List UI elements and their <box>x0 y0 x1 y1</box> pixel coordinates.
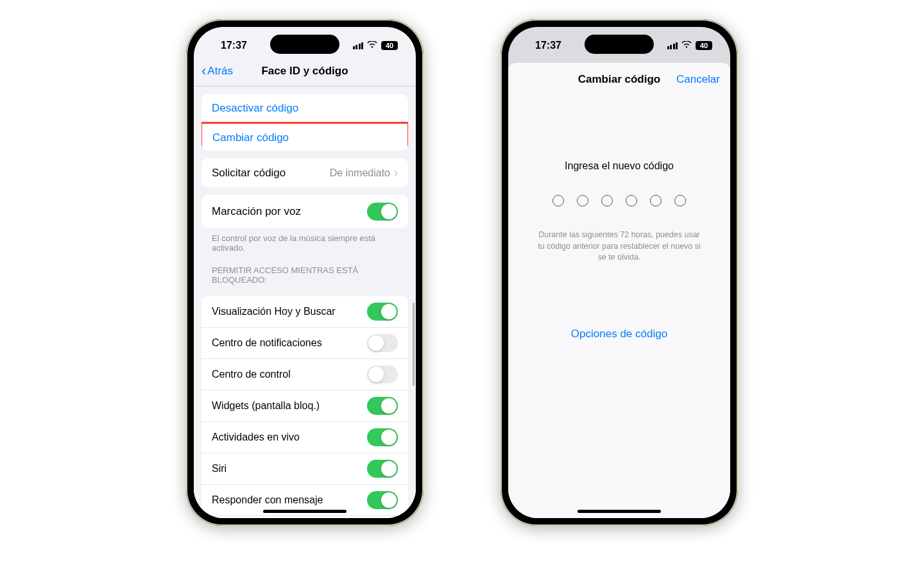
home-indicator[interactable] <box>578 510 661 513</box>
navigation-bar: ‹ Atrás Face ID y código <box>194 59 416 87</box>
back-label: Atrás <box>207 65 233 78</box>
chevron-left-icon: ‹ <box>201 63 206 80</box>
status-time: 17:37 <box>221 40 247 51</box>
deactivate-label: Desactivar código <box>212 102 298 115</box>
toggle-label: Centro de control <box>212 369 291 380</box>
modal-subtext: Durante las siguientes 72 horas, puedes … <box>536 230 703 264</box>
toggle-label: Responder con mensaje <box>212 494 323 506</box>
cellular-icon <box>353 42 364 49</box>
passcode-dot <box>577 195 588 206</box>
modal-body: Ingresa el nuevo código Durante las sigu… <box>508 160 730 340</box>
toggle-label: Siri <box>212 463 227 474</box>
wifi-icon <box>367 40 377 51</box>
settings-content[interactable]: Desactivar código Cambiar código Solicit… <box>194 87 416 518</box>
page-title: Face ID y código <box>261 65 348 78</box>
locked-access-row: Centro de notificaciones <box>201 328 408 359</box>
locked-access-row: Siri <box>201 453 408 485</box>
toggle-switch[interactable] <box>367 365 398 383</box>
screen-left: 17:37 40 ‹ Atrás Face ID y código Desact… <box>194 27 416 518</box>
status-bar: 17:37 40 <box>508 27 730 59</box>
phone-mockup-right: 17:37 40 Cambiar código Cancelar Ingresa… <box>501 19 738 526</box>
battery-icon: 40 <box>381 41 398 50</box>
status-indicators: 40 <box>353 40 398 51</box>
toggle-label: Visualización Hoy y Buscar <box>212 306 336 317</box>
locked-access-row: Widgets (pantalla bloq.) <box>201 390 408 422</box>
voice-dial-label: Marcación por voz <box>212 205 301 218</box>
passcode-dot <box>552 195 564 206</box>
back-button[interactable]: ‹ Atrás <box>201 63 233 80</box>
toggle-switch[interactable] <box>367 491 398 509</box>
prompt-text: Ingresa el nuevo código <box>531 160 707 172</box>
locked-access-row: Actividades en vivo <box>201 422 408 453</box>
passcode-dot <box>674 195 686 206</box>
modal-header: Cambiar código Cancelar <box>508 63 730 96</box>
passcode-actions-group: Desactivar código Cambiar código <box>201 94 408 151</box>
deactivate-passcode-button[interactable]: Desactivar código <box>201 94 408 123</box>
wifi-icon <box>681 40 692 51</box>
toggle-switch[interactable] <box>367 334 398 352</box>
request-value: De inmediato <box>330 167 390 179</box>
change-passcode-button[interactable]: Cambiar código <box>201 122 408 151</box>
chevron-right-icon: › <box>394 166 398 180</box>
toggle-label: Centro de notificaciones <box>212 337 322 349</box>
request-passcode-row[interactable]: Solicitar código De inmediato › <box>201 158 408 187</box>
locked-access-row: Visualización Hoy y Buscar <box>201 296 408 328</box>
passcode-options-button[interactable]: Opciones de código <box>531 328 707 340</box>
modal-title: Cambiar código <box>578 73 660 86</box>
passcode-dot <box>601 195 613 206</box>
toggle-switch[interactable] <box>367 428 398 446</box>
change-passcode-modal: Cambiar código Cancelar Ingresa el nuevo… <box>508 63 730 518</box>
passcode-dots[interactable] <box>531 195 707 206</box>
locked-access-header: PERMITIR ACCESO MIENTRAS ESTÁ BLOQUEADO: <box>194 253 416 289</box>
toggle-label: Widgets (pantalla bloq.) <box>212 400 320 412</box>
cellular-icon <box>667 42 678 49</box>
status-bar: 17:37 40 <box>194 27 416 59</box>
toggle-switch[interactable] <box>367 460 398 478</box>
cancel-button[interactable]: Cancelar <box>676 73 720 86</box>
status-time: 17:37 <box>535 40 561 51</box>
passcode-dot <box>650 195 662 206</box>
voice-dial-group: Marcación por voz <box>201 195 408 228</box>
phone-mockup-left: 17:37 40 ‹ Atrás Face ID y código Desact… <box>186 19 424 526</box>
passcode-dot <box>626 195 637 206</box>
locked-access-row: Centro de control <box>201 359 408 390</box>
toggle-switch[interactable] <box>367 303 398 321</box>
toggle-label: Actividades en vivo <box>212 432 300 443</box>
change-label: Cambiar código <box>212 131 289 144</box>
battery-icon: 40 <box>696 41 712 50</box>
locked-access-group: Visualización Hoy y BuscarCentro de noti… <box>201 296 408 518</box>
toggle-switch[interactable] <box>367 397 398 415</box>
voice-dial-footer: El control por voz de la música siempre … <box>194 228 416 253</box>
locked-access-row: Control de Casa <box>201 516 408 518</box>
status-indicators: 40 <box>667 40 713 51</box>
request-label: Solicitar código <box>212 167 286 180</box>
home-indicator[interactable] <box>263 510 346 513</box>
voice-dial-toggle[interactable] <box>367 203 398 221</box>
request-passcode-group: Solicitar código De inmediato › <box>201 158 408 187</box>
voice-dial-row: Marcación por voz <box>201 195 408 228</box>
scrollbar-indicator <box>413 303 415 386</box>
screen-right: 17:37 40 Cambiar código Cancelar Ingresa… <box>508 27 730 518</box>
